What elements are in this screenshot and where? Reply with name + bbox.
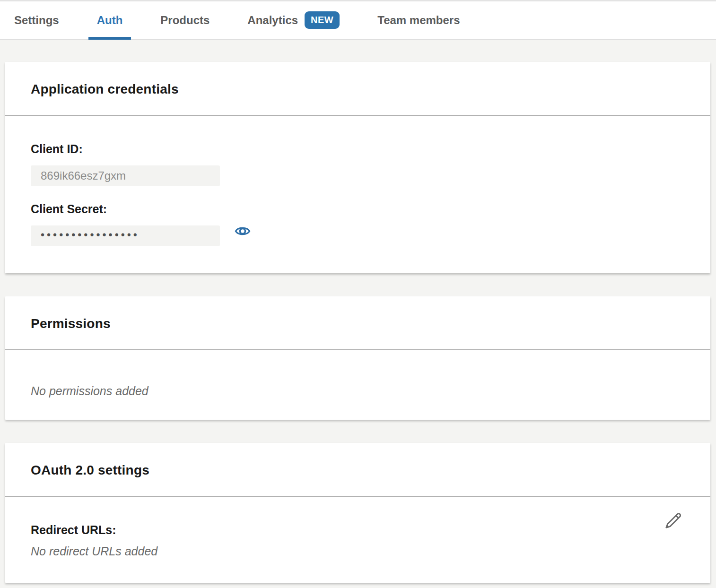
tab-analytics-label: Analytics: [247, 14, 298, 27]
edit-redirect-urls-button[interactable]: [662, 510, 684, 532]
redirect-urls-label: Redirect URLs:: [31, 523, 685, 537]
client-id-label: Client ID:: [31, 142, 685, 156]
application-credentials-header: Application credentials: [5, 62, 710, 116]
permissions-title: Permissions: [31, 316, 685, 331]
tab-bar: Settings Auth Products Analytics NEW Tea…: [0, 0, 716, 40]
tab-settings[interactable]: Settings: [6, 1, 68, 39]
client-secret-value: ••••••••••••••••: [31, 225, 220, 246]
permissions-card: Permissions No permissions added: [5, 296, 710, 420]
eye-icon: [235, 223, 251, 239]
client-id-text: 869ik66esz7gxm: [41, 169, 126, 182]
application-credentials-body: Client ID: 869ik66esz7gxm Client Secret:…: [5, 116, 710, 273]
permissions-header: Permissions: [5, 296, 710, 350]
tab-team-members[interactable]: Team members: [369, 1, 468, 39]
tab-settings-label: Settings: [14, 14, 59, 27]
tab-auth[interactable]: Auth: [88, 1, 131, 39]
tab-analytics[interactable]: Analytics NEW: [239, 1, 348, 39]
application-credentials-card: Application credentials Client ID: 869ik…: [5, 62, 710, 273]
client-secret-row: ••••••••••••••••: [31, 216, 685, 246]
new-badge: NEW: [305, 11, 340, 29]
oauth-settings-header: OAuth 2.0 settings: [5, 443, 710, 497]
main-content: Application credentials Client ID: 869ik…: [0, 40, 716, 583]
pencil-icon: [662, 510, 684, 532]
oauth-settings-body: Redirect URLs: No redirect URLs added: [5, 497, 710, 583]
tab-products-label: Products: [160, 14, 210, 27]
tab-auth-label: Auth: [97, 14, 123, 27]
redirect-urls-empty-text: No redirect URLs added: [31, 545, 685, 558]
client-secret-label: Client Secret:: [31, 202, 685, 216]
application-credentials-title: Application credentials: [31, 82, 685, 97]
oauth-settings-card: OAuth 2.0 settings Redirect URLs: No red…: [5, 443, 710, 583]
permissions-empty-text: No permissions added: [31, 384, 685, 398]
client-secret-masked-text: ••••••••••••••••: [41, 229, 140, 241]
client-id-value: 869ik66esz7gxm: [31, 165, 220, 186]
reveal-secret-button[interactable]: [235, 223, 251, 239]
permissions-body: No permissions added: [5, 350, 710, 420]
oauth-settings-title: OAuth 2.0 settings: [31, 463, 685, 478]
tab-products[interactable]: Products: [152, 1, 218, 39]
tab-team-members-label: Team members: [377, 14, 460, 27]
